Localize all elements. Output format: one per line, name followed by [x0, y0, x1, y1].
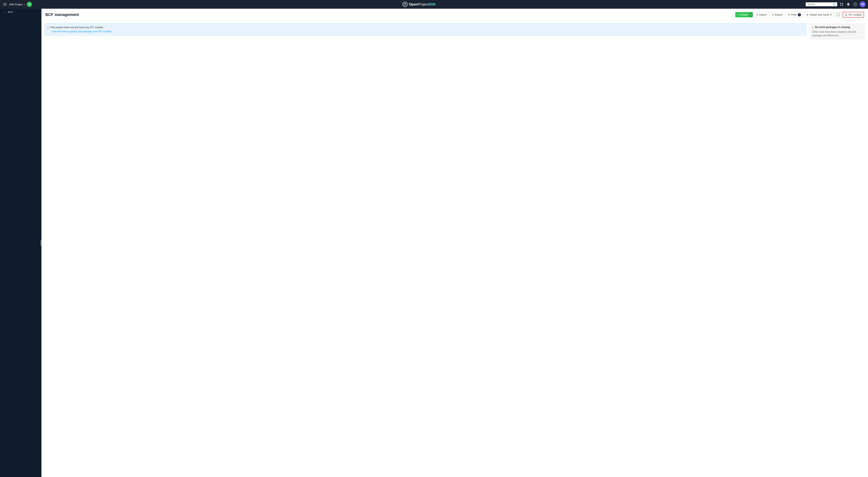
viewer-cards-button[interactable]: ⊞ Viewer and cards ▾ — [804, 12, 834, 18]
right-panel: ℹ No work packages to display. Either no… — [810, 23, 865, 472]
sidebar-back-label: BCF — [8, 11, 13, 13]
create-dropdown-icon[interactable]: ▾ — [749, 12, 753, 17]
top-navigation: BIM Project ▾ + OpenProjectBIM 🔍 — [0, 0, 868, 9]
project-chevron: ▾ — [24, 3, 25, 5]
ifc-models-icon — [845, 13, 848, 16]
sidebar: ← BCF — [0, 9, 41, 477]
nav-right: 🔍 ? VE — [806, 1, 866, 7]
right-info-box: ℹ No work packages to display. Either no… — [810, 23, 865, 40]
app-logo: OpenProjectBIM — [402, 2, 436, 7]
right-info-text: Either none have been created or all wor… — [812, 30, 862, 37]
page-title: BCF management — [45, 12, 79, 17]
export-icon: ⬇ — [772, 13, 774, 16]
export-button[interactable]: ⬇ Export — [770, 12, 784, 18]
logo-open: Open — [409, 2, 418, 6]
filter-icon: ▼ — [788, 13, 790, 16]
nav-center: OpenProjectBIM — [34, 2, 804, 7]
avatar[interactable]: VE — [860, 1, 866, 7]
create-label: Create — [740, 13, 748, 16]
info-banner-row: ℹ This project does not yet have any IFC… — [48, 26, 804, 29]
right-info-icon: ℹ — [812, 26, 813, 29]
grid-icon — [840, 3, 843, 6]
create-plus-icon: + — [738, 13, 739, 16]
left-panel: ℹ This project does not yet have any IFC… — [44, 23, 806, 472]
search-input[interactable] — [807, 3, 833, 6]
export-label: Export — [775, 13, 782, 16]
search-box[interactable]: 🔍 — [806, 2, 837, 6]
filter-count-badge: 1 — [798, 13, 801, 16]
search-icon: 🔍 — [833, 3, 836, 6]
ifc-models-label: IFC models — [849, 13, 862, 16]
project-selector[interactable]: BIM Project ▾ — [9, 3, 25, 6]
svg-rect-1 — [840, 3, 841, 4]
ifc-upload-link[interactable]: Use this link to upload and manage your … — [52, 30, 804, 33]
toolbar: + Create ▾ ⬆ Import ⬇ Export ▼ Filte — [735, 12, 864, 18]
create-button[interactable]: + Create ▾ — [735, 12, 753, 18]
logo-bim: BIM — [429, 2, 436, 6]
viewer-cards-icon: ⊞ — [806, 13, 808, 16]
info-banner-icon: ℹ — [48, 26, 49, 29]
import-button[interactable]: ⬆ Import — [754, 12, 769, 18]
import-icon: ⬆ — [756, 13, 758, 16]
project-name: BIM Project — [9, 3, 23, 6]
fullscreen-icon — [837, 13, 840, 16]
filter-button[interactable]: ▼ Filter 1 — [786, 12, 803, 18]
logo-svg-icon — [402, 2, 408, 7]
main-content: BCF management + Create ▾ ⬆ Import ⬇ Exp… — [41, 9, 868, 477]
viewer-cards-label: Viewer and cards — [809, 13, 829, 16]
fullscreen-button[interactable] — [835, 12, 841, 18]
app-layout: ← BCF BCF management + Create ▾ ⬆ Import — [0, 9, 868, 477]
back-arrow-icon: ← — [3, 10, 6, 14]
page-header: BCF management + Create ▾ ⬆ Import ⬇ Exp… — [41, 9, 868, 20]
logo-project: Project — [418, 2, 429, 6]
bell-icon — [847, 3, 850, 6]
sidebar-back-button[interactable]: ← BCF — [0, 9, 41, 15]
svg-rect-2 — [842, 3, 843, 4]
svg-point-7 — [846, 14, 847, 15]
viewer-cards-chevron: ▾ — [830, 13, 832, 16]
svg-text:?: ? — [855, 3, 856, 5]
grid-icon-button[interactable] — [839, 2, 844, 7]
svg-rect-4 — [842, 5, 843, 6]
filter-label: Filter — [791, 13, 797, 16]
notification-icon-button[interactable] — [846, 2, 850, 7]
svg-rect-3 — [840, 5, 841, 6]
menu-icon[interactable] — [2, 2, 7, 6]
logo-text: OpenProjectBIM — [409, 2, 436, 6]
import-label: Import — [759, 13, 766, 16]
add-project-button[interactable]: + — [27, 2, 32, 7]
ifc-info-banner: ℹ This project does not yet have any IFC… — [44, 23, 806, 35]
info-banner-text: This project does not yet have any IFC m… — [50, 26, 104, 29]
help-icon: ? — [854, 3, 857, 6]
right-info-title: No work packages to display. — [815, 26, 850, 29]
content-area: ℹ This project does not yet have any IFC… — [41, 20, 868, 475]
right-info-header: ℹ No work packages to display. — [812, 26, 862, 29]
ifc-models-button[interactable]: IFC models — [842, 12, 864, 18]
help-icon-button[interactable]: ? — [852, 2, 858, 7]
svg-point-0 — [403, 2, 407, 7]
